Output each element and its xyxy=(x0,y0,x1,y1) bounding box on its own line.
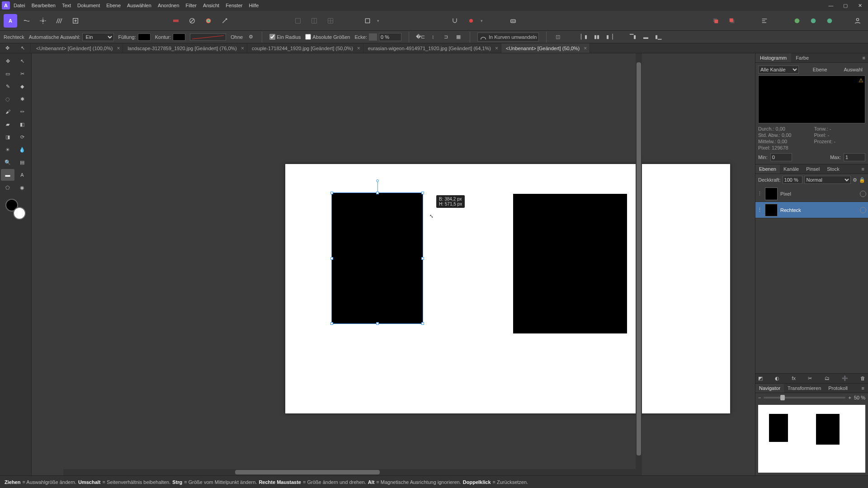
persona-develop-icon[interactable] xyxy=(36,14,50,28)
menu-anordnen[interactable]: Anordnen xyxy=(158,3,179,8)
selection-rect-icon[interactable]: ▭ xyxy=(1,68,14,80)
move-tool-icon[interactable]: ↖ xyxy=(15,55,29,67)
tab-navigator[interactable]: Navigator xyxy=(755,384,784,393)
valign-top-icon[interactable]: ▔▮ xyxy=(629,33,637,41)
persona-liquify-icon[interactable] xyxy=(20,14,33,28)
shapes-tool-icon[interactable]: ⬠ xyxy=(1,182,14,193)
grid-none-icon[interactable] xyxy=(291,14,305,28)
zoom-in-button[interactable]: + xyxy=(848,395,851,400)
valign-middle-icon[interactable]: ▬ xyxy=(642,33,650,41)
canvas-viewport[interactable]: B: 384,2 px H: 571,5 px ↔ xyxy=(32,53,755,475)
geometry-icon[interactable]: ◫ xyxy=(554,33,562,41)
color-picker-icon[interactable]: ◉ xyxy=(15,182,29,193)
stroke-width-slider[interactable] xyxy=(190,33,226,41)
menu-fenster[interactable]: Fenster xyxy=(226,3,242,8)
persona-tone-icon[interactable] xyxy=(52,14,66,28)
align-center-icon[interactable]: ⫶ xyxy=(429,33,437,41)
delete-layer-icon[interactable]: 🗑 xyxy=(860,375,865,381)
corner-type-dropdown[interactable] xyxy=(369,33,377,41)
close-icon[interactable]: × xyxy=(357,45,360,52)
adjustment-icon[interactable]: ◐ xyxy=(775,375,779,381)
maximize-button[interactable]: ▢ xyxy=(839,1,852,9)
menu-auswaehlen[interactable]: Auswählen xyxy=(127,3,151,8)
persona-photo-icon[interactable]: A xyxy=(4,14,17,28)
layer-row[interactable]: ⋮ Pixel xyxy=(755,186,868,202)
mesh-tool-icon[interactable]: ▤ xyxy=(15,156,29,168)
gradient-tool-icon[interactable]: ◧ xyxy=(15,118,29,130)
document-tab[interactable]: <Unbenannt> [Geändert] (100,0%)× xyxy=(32,43,123,53)
convert-curves-button[interactable]: In Kurven umwandeln xyxy=(477,33,539,42)
crop-tool-icon[interactable]: ✂ xyxy=(15,68,29,80)
halign-center-icon[interactable]: ▮▮ xyxy=(593,33,601,41)
visibility-toggle[interactable] xyxy=(860,191,866,197)
fill-tool-icon[interactable]: ▰ xyxy=(1,118,14,130)
layer-name[interactable]: Pixel xyxy=(780,191,791,197)
document-tab[interactable]: couple-1718244_1920.jpg [Geändert] (50,0… xyxy=(247,43,363,53)
brush-tool-icon[interactable]: 🖌 xyxy=(1,106,14,117)
zoom-tool-icon[interactable]: 🔍 xyxy=(1,156,14,168)
magic-icon[interactable] xyxy=(218,14,231,28)
eraser-tool-icon[interactable]: ◨ xyxy=(1,131,14,143)
order-back-icon[interactable] xyxy=(709,14,722,28)
tab-farbe[interactable]: Farbe xyxy=(791,53,813,62)
vertical-scrollbar[interactable] xyxy=(636,53,642,469)
smudge-tool-icon[interactable]: 💧 xyxy=(15,144,29,155)
chevron-down-icon[interactable]: ▾ xyxy=(481,19,483,23)
sync-add-icon[interactable] xyxy=(790,14,804,28)
text-tool-icon[interactable]: A xyxy=(15,169,29,181)
account-icon[interactable] xyxy=(851,14,864,28)
tab-histogramm[interactable]: Histogramm xyxy=(755,53,791,62)
fill-swatch[interactable] xyxy=(138,33,151,41)
horizontal-scrollbar[interactable] xyxy=(63,469,642,475)
crop-layer-icon[interactable]: ✂ xyxy=(808,375,812,381)
persona-export-icon[interactable] xyxy=(69,14,82,28)
align-left-icon[interactable]: �⊏ xyxy=(416,33,425,41)
assistant-icon[interactable] xyxy=(506,14,520,28)
visibility-toggle[interactable] xyxy=(860,207,866,213)
view-tool-icon[interactable]: ✥ xyxy=(1,55,14,67)
max-input[interactable] xyxy=(844,153,865,161)
node-tool-icon[interactable]: ◆ xyxy=(15,80,29,92)
group-icon[interactable]: 🗂 xyxy=(825,375,830,381)
move-tool-icon[interactable]: ↖ xyxy=(21,45,25,51)
panel-menu-icon[interactable]: ≡ xyxy=(858,384,868,393)
tab-protokoll[interactable]: Protokoll xyxy=(825,384,851,393)
clone-tool-icon[interactable]: ⟳ xyxy=(15,131,29,143)
min-input[interactable] xyxy=(770,153,792,161)
layer-fx-icon[interactable]: ⚙ xyxy=(853,177,857,183)
flood-select-icon[interactable]: ✱ xyxy=(15,93,29,105)
blend-mode-dropdown[interactable]: Normal xyxy=(804,176,851,184)
halign-right-icon[interactable]: ▮▕ xyxy=(605,33,613,41)
menu-bearbeiten[interactable]: Bearbeiten xyxy=(32,3,56,8)
add-layer-icon[interactable]: ➕ xyxy=(842,375,848,381)
background-color[interactable] xyxy=(13,207,26,220)
panel-menu-icon[interactable]: ≡ xyxy=(858,164,868,174)
document-tab[interactable]: <Unbenannt> [Geändert] (50,0%)× xyxy=(501,43,590,53)
autoselect-dropdown[interactable]: Ein xyxy=(82,33,114,41)
tab-pinsel[interactable]: Pinsel xyxy=(802,164,823,174)
pencil-tool-icon[interactable]: ✏ xyxy=(15,106,29,117)
menu-datei[interactable]: Datei xyxy=(14,3,25,8)
layer-link-icon[interactable]: ⋮ xyxy=(757,207,762,213)
sync-icon[interactable] xyxy=(807,14,820,28)
tab-transformieren[interactable]: Transformieren xyxy=(784,384,825,393)
snap-options-icon[interactable] xyxy=(464,14,478,28)
navigator-preview[interactable] xyxy=(758,405,865,473)
close-icon[interactable]: × xyxy=(117,45,120,52)
order-front-icon[interactable] xyxy=(725,14,739,28)
menu-ansicht[interactable]: Ansicht xyxy=(203,3,219,8)
lasso-icon[interactable]: ◌ xyxy=(1,93,14,105)
panel-menu-icon[interactable]: ≡ xyxy=(860,53,868,62)
close-button[interactable]: ✕ xyxy=(854,1,866,9)
sync-cloud-icon[interactable] xyxy=(823,14,836,28)
tab-stock[interactable]: Stock xyxy=(823,164,843,174)
menu-dokument[interactable]: Dokument xyxy=(77,3,100,8)
chevron-down-icon[interactable]: ▾ xyxy=(377,19,379,23)
layer-name[interactable]: Rechteck xyxy=(780,207,801,213)
menu-hilfe[interactable]: Hilfe xyxy=(249,3,259,8)
tab-ebenen[interactable]: Ebenen xyxy=(755,164,780,174)
align-right-icon[interactable]: ⊐ xyxy=(442,33,450,41)
channel-dropdown[interactable]: Alle Kanäle xyxy=(758,66,799,74)
mask-layer-icon[interactable]: ◩ xyxy=(758,375,763,381)
halign-left-icon[interactable]: ▏▮ xyxy=(580,33,588,41)
